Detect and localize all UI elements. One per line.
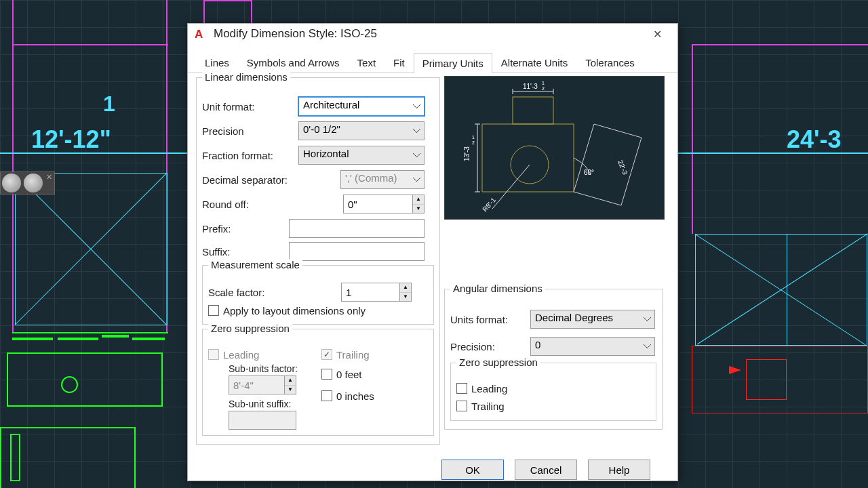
modify-dim-style-dialog: Modify Dimension Style: ISO-25 ✕ Lines S… (187, 23, 678, 481)
round-off-spinner[interactable]: ▲▼ (343, 195, 425, 214)
sub-units-factor-spinner: ▲▼ (229, 375, 315, 394)
tab-bar: Lines Symbols and Arrows Text Fit Primar… (188, 52, 677, 73)
linear-dimensions-group: Linear dimensions Unit format: Architect… (196, 77, 440, 445)
svg-rect-0 (513, 97, 553, 124)
app-icon (195, 28, 207, 40)
svg-text:60°: 60° (584, 169, 594, 176)
svg-text:R8'-1: R8'-1 (481, 196, 497, 213)
sub-unit-suffix-input (229, 411, 296, 430)
tab-text[interactable]: Text (349, 52, 385, 73)
scale-factor-spinner[interactable]: ▲▼ (341, 283, 412, 302)
dialog-title: Modify Dimension Style: ISO-25 (214, 27, 377, 41)
leading-checkbox (208, 349, 219, 360)
tab-tolerances[interactable]: Tolerances (576, 52, 644, 73)
dimension-preview: 11'-312 13'-3 12 22'-3 R8'-1 60° (444, 76, 665, 220)
tab-primary-units[interactable]: Primary Units (414, 53, 492, 73)
titlebar[interactable]: Modify Dimension Style: ISO-25 ✕ (188, 24, 677, 44)
fraction-format-select[interactable]: Horizontal (298, 146, 425, 165)
ok-button[interactable]: OK (441, 460, 504, 480)
trailing-checkbox (321, 349, 332, 360)
help-button[interactable]: Help (588, 460, 650, 480)
tab-symbols[interactable]: Symbols and Arrows (238, 52, 349, 73)
zero-suppression-group: Zero suppression Leading Sub-units facto… (202, 329, 434, 436)
measurement-scale-group: Measurement scale Scale factor: ▲▼ Apply… (202, 265, 434, 325)
angular-dimensions-group: Angular dimensions Units format: Decimal… (444, 289, 663, 430)
dialog-buttons: OK Cancel Help (188, 451, 677, 488)
bg-dim-left: 12'-12" (31, 125, 111, 154)
apply-layout-checkbox[interactable] (208, 305, 219, 316)
svg-text:2: 2 (542, 86, 545, 91)
tab-alternate-units[interactable]: Alternate Units (492, 52, 576, 73)
unit-format-select[interactable]: Architectural (298, 97, 425, 116)
svg-text:13'-3: 13'-3 (463, 146, 471, 161)
tab-fit[interactable]: Fit (384, 52, 414, 73)
tab-lines[interactable]: Lines (196, 52, 238, 73)
svg-text:1: 1 (542, 81, 545, 85)
decimal-separator-select: ',' (Comma) (340, 170, 425, 189)
svg-text:2: 2 (472, 140, 475, 145)
svg-text:11'-3: 11'-3 (523, 83, 538, 90)
floating-toolbar[interactable]: ✕ (0, 171, 55, 195)
zero-inches-checkbox[interactable] (321, 390, 332, 401)
cancel-button[interactable]: Cancel (515, 460, 577, 480)
bg-dim-fraction: 1 (103, 92, 115, 117)
tool-icon-2[interactable] (24, 174, 43, 192)
tool-icon-1[interactable] (2, 174, 21, 192)
angular-zero-suppression-group: Zero suppression Leading Trailing (450, 363, 656, 421)
bg-dim-right: 24'-3 (787, 125, 842, 154)
zero-feet-checkbox[interactable] (321, 369, 332, 380)
precision-select[interactable]: 0'-0 1/2" (298, 121, 425, 140)
angular-precision-select[interactable]: 0 (530, 337, 655, 356)
angular-format-select[interactable]: Decimal Degrees (530, 310, 655, 329)
svg-text:22'-3: 22'-3 (616, 159, 629, 176)
svg-text:1: 1 (472, 135, 475, 140)
angular-leading-checkbox[interactable] (456, 383, 467, 394)
suffix-input[interactable] (289, 242, 425, 261)
close-icon[interactable]: ✕ (644, 24, 671, 44)
angular-trailing-checkbox[interactable] (456, 401, 467, 411)
prefix-input[interactable] (289, 219, 425, 238)
close-toolbar-icon[interactable]: ✕ (44, 172, 54, 194)
